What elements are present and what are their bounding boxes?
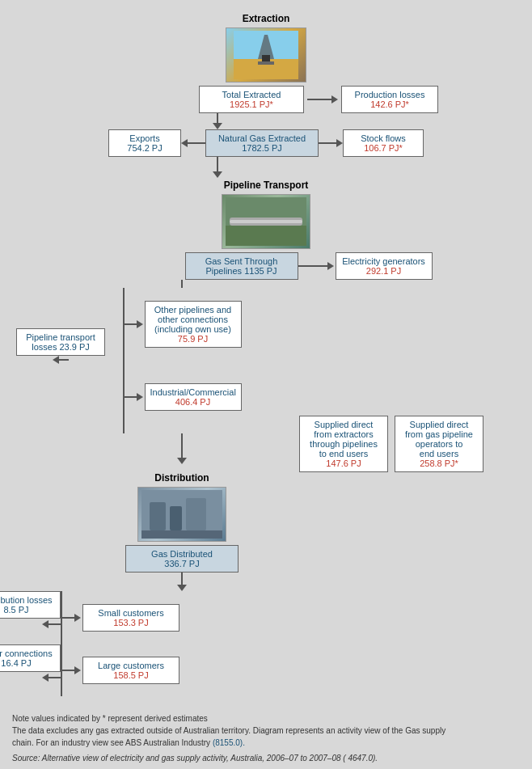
arrow-other-pipelines bbox=[137, 320, 143, 328]
pipeline-image bbox=[222, 194, 310, 249]
arrow-to-pipeline bbox=[213, 171, 222, 178]
electricity-box: Electricity generators 292.1 PJ bbox=[336, 252, 433, 280]
large-customers-box: Large customers 158.5 PJ bbox=[82, 657, 179, 684]
extraction-image bbox=[226, 27, 306, 82]
production-losses-box: Production losses 142.6 PJ* bbox=[341, 86, 438, 113]
svg-rect-3 bbox=[262, 55, 270, 61]
pipeline-title: Pipeline Transport bbox=[224, 180, 309, 191]
svg-rect-13 bbox=[141, 530, 222, 539]
industrial-box: Industrial/Commercial 406.4 PJ bbox=[145, 383, 242, 411]
svg-rect-12 bbox=[186, 498, 206, 530]
gas-distributed-box: Gas Distributed 336.7 PJ bbox=[125, 545, 239, 573]
arrow-stock-flows-left bbox=[336, 139, 343, 147]
arrow-large-customers bbox=[74, 666, 81, 674]
note-line1: Note values indicated by * represent der… bbox=[12, 712, 520, 725]
arrow-to-distribution-section bbox=[177, 458, 187, 464]
distribution-image bbox=[137, 487, 226, 542]
stock-flows-box: Stock flows 106.7 PJ* bbox=[343, 129, 424, 157]
svg-rect-6 bbox=[226, 226, 306, 246]
distribution-title: Distribution bbox=[154, 472, 209, 484]
gas-sent-box: Gas Sent Through Pipelines 1135 PJ bbox=[185, 252, 298, 280]
small-customers-box: Small customers 153.3 PJ bbox=[82, 604, 179, 632]
svg-rect-10 bbox=[150, 502, 166, 530]
svg-rect-11 bbox=[170, 506, 182, 530]
abs-link[interactable]: (8155.0). bbox=[213, 738, 245, 747]
svg-rect-8 bbox=[230, 220, 302, 223]
arrow-to-natural-gas bbox=[213, 123, 222, 129]
svg-rect-4 bbox=[258, 61, 274, 65]
total-extracted-box: Total Extracted 1925.1 PJ* bbox=[199, 86, 304, 113]
pipeline-losses-box: Pipeline transport losses 23.9 PJ bbox=[16, 328, 105, 356]
diagram-container: Extraction Total Extracted bbox=[8, 8, 524, 764]
note-line3: chain. For an industry view see ABS Aust… bbox=[12, 737, 520, 749]
arrow-pipeline-losses-arrow bbox=[53, 356, 59, 364]
exports-box: Exports 754.2 PJ bbox=[108, 129, 181, 157]
arrow-electricity bbox=[327, 262, 334, 270]
arrow-dist-losses-return bbox=[42, 620, 49, 628]
natural-gas-box: Natural Gas Extracted 1782.5 PJ bbox=[205, 129, 319, 157]
note-line2: The data excludes any gas extracted outs… bbox=[12, 725, 520, 737]
arrow-production-losses bbox=[331, 95, 338, 104]
arrow-exports bbox=[181, 139, 188, 147]
arrow-small-customers bbox=[74, 614, 81, 622]
notes-section: Note values indicated by * represent der… bbox=[8, 712, 524, 764]
arrow-industrial bbox=[137, 393, 143, 401]
arrow-other-connections-return bbox=[42, 674, 49, 682]
source-line: Source: Alternative view of electricity … bbox=[12, 752, 520, 764]
extraction-title: Extraction bbox=[243, 13, 290, 24]
other-pipelines-box: Other pipelines and other connections (i… bbox=[145, 301, 242, 348]
dist-losses-box: Distribution losses 8.5 PJ bbox=[0, 591, 61, 619]
other-connections-box: Other connections 16.4 PJ bbox=[0, 644, 61, 672]
arrow-distributed-down bbox=[177, 585, 187, 591]
